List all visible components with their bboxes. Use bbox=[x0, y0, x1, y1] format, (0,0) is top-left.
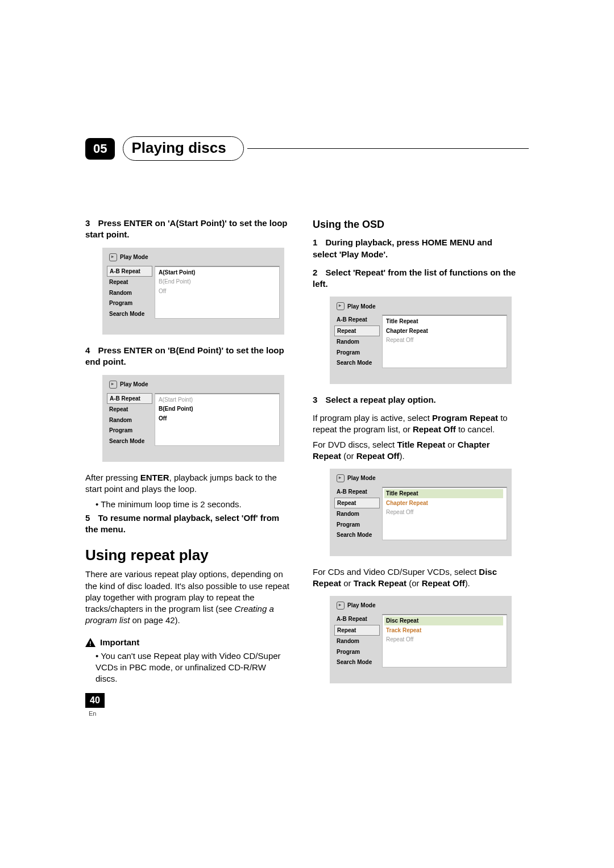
text-bold: Title Repeat bbox=[397, 440, 445, 449]
step-number: 4 bbox=[85, 345, 90, 355]
right-column: Using the OSD 1 During playback, press H… bbox=[313, 218, 517, 694]
text: to cancel. bbox=[456, 424, 495, 434]
osd-value: Repeat Off bbox=[386, 508, 503, 517]
step-number: 3 bbox=[313, 395, 317, 404]
play-mode-icon bbox=[337, 302, 345, 310]
text: If program play is active, select bbox=[313, 413, 432, 423]
osd-menu-item: Search Mode bbox=[334, 530, 380, 540]
section-heading: Using repeat play bbox=[85, 545, 290, 565]
osd-menu-item: Search Mode bbox=[334, 358, 380, 368]
osd-menu-item: A-B Repeat bbox=[334, 614, 380, 624]
body-paragraph: For CDs and Video CD/Super VCDs, select … bbox=[313, 566, 517, 590]
text-bold: Repeat Off bbox=[413, 424, 456, 434]
osd-value: B(End Point) bbox=[159, 277, 276, 286]
osd-menu-item: Program bbox=[107, 298, 152, 308]
text: on page 42). bbox=[130, 615, 180, 625]
left-column: 3 Press ENTER on 'A(Start Point)' to set… bbox=[85, 218, 290, 694]
play-mode-icon bbox=[337, 474, 345, 482]
osd-value: Disc Repeat bbox=[384, 616, 503, 625]
text-bold: Program Repeat bbox=[432, 413, 498, 423]
chapter-title: Playing discs bbox=[131, 139, 226, 156]
text: or bbox=[341, 578, 354, 588]
chapter-number: 05 bbox=[85, 138, 115, 160]
text: ). bbox=[400, 451, 405, 461]
osd-value: Title Repeat bbox=[386, 317, 503, 326]
step-text: During playback, press HOME MENU and sel… bbox=[313, 237, 492, 258]
header-rule bbox=[247, 148, 529, 149]
important-label: Important bbox=[100, 637, 139, 648]
step-5: 5 To resume normal playback, select 'Off… bbox=[85, 512, 290, 536]
osd-menu-item: Repeat bbox=[107, 277, 152, 287]
osd-title: Play Mode bbox=[109, 381, 280, 389]
osd-title: Play Mode bbox=[109, 253, 280, 261]
text-bold: Repeat Off bbox=[422, 578, 465, 588]
step-text: To resume normal playback, select 'Off' … bbox=[85, 513, 279, 534]
osd-menu-item: Random bbox=[334, 337, 380, 347]
step-number: 2 bbox=[313, 268, 317, 277]
osd-value: Chapter Repeat bbox=[386, 499, 503, 508]
osd-title-text: Play Mode bbox=[120, 381, 148, 389]
osd-menu-item: Random bbox=[334, 509, 380, 519]
text: For DVD discs, select bbox=[313, 440, 397, 449]
osd-title: Play Mode bbox=[337, 474, 507, 482]
osd-value: Track Repeat bbox=[386, 626, 503, 635]
step-1: 1 During playback, press HOME MENU and s… bbox=[313, 237, 517, 260]
osd-title-text: Play Mode bbox=[347, 474, 375, 482]
osd-value: Off bbox=[159, 287, 276, 296]
body-paragraph: After pressing ENTER, playback jumps bac… bbox=[85, 472, 290, 495]
step-2: 2 Select 'Repeat' from the list of funct… bbox=[313, 267, 517, 290]
step-text: Press ENTER on 'A(Start Point)' to set t… bbox=[85, 218, 288, 239]
osd-menu-item: Random bbox=[107, 288, 152, 298]
osd-title: Play Mode bbox=[337, 302, 507, 310]
step-3r: 3 Select a repeat play option. bbox=[313, 394, 517, 406]
osd-menu-item: Search Mode bbox=[107, 436, 152, 446]
text-bold: Track Repeat bbox=[354, 578, 406, 588]
page-content: 05 Playing discs 3 Press ENTER on 'A(Sta… bbox=[85, 136, 529, 694]
osd-menu-item: Repeat bbox=[107, 404, 152, 415]
text-bold: Repeat Off bbox=[356, 451, 400, 461]
page-footer: 40 En bbox=[85, 693, 105, 718]
osd-screenshot-5: Play ModeA-B RepeatRepeatRandomProgramSe… bbox=[330, 596, 512, 683]
page-lang: En bbox=[89, 710, 96, 717]
osd-menu-item: Search Mode bbox=[107, 309, 152, 319]
osd-value: A(Start Point) bbox=[159, 268, 276, 277]
text: After pressing bbox=[85, 473, 140, 482]
step-number: 1 bbox=[313, 237, 317, 247]
bullet-item: The minimum loop time is 2 seconds. bbox=[96, 499, 290, 510]
osd-value: Title Repeat bbox=[384, 489, 503, 498]
osd-value: A(Start Point) bbox=[159, 395, 276, 404]
warning-icon bbox=[85, 638, 96, 647]
body-paragraph: For DVD discs, select Title Repeat or Ch… bbox=[313, 439, 517, 462]
two-column-layout: 3 Press ENTER on 'A(Start Point)' to set… bbox=[85, 218, 529, 694]
text: (or bbox=[406, 578, 422, 588]
osd-menu-item: Repeat bbox=[334, 326, 380, 337]
step-number: 5 bbox=[85, 513, 90, 523]
text: or bbox=[445, 440, 458, 449]
step-number: 3 bbox=[85, 218, 90, 228]
osd-screenshot-3: Play ModeA-B RepeatRepeatRandomProgramSe… bbox=[330, 297, 512, 384]
step-text: Press ENTER on 'B(End Point)' to set the… bbox=[85, 345, 284, 366]
step-text: Select 'Repeat' from the list of functio… bbox=[313, 268, 516, 289]
osd-menu-item: Search Mode bbox=[334, 657, 380, 667]
important-callout: Important bbox=[85, 637, 290, 648]
step-3: 3 Press ENTER on 'A(Start Point)' to set… bbox=[85, 218, 290, 241]
osd-value: Repeat Off bbox=[386, 336, 503, 345]
osd-menu-item: Random bbox=[107, 415, 152, 425]
osd-value: B(End Point) bbox=[159, 404, 276, 414]
osd-screenshot-1: Play ModeA-B RepeatRepeatRandomProgramSe… bbox=[102, 248, 284, 335]
body-paragraph: If program play is active, select Progra… bbox=[313, 412, 517, 436]
osd-menu-item: Program bbox=[107, 425, 152, 436]
bullet-item: You can't use Repeat play with Video CD/… bbox=[96, 650, 290, 685]
text: ). bbox=[465, 578, 470, 588]
osd-value: Off bbox=[159, 414, 276, 423]
text: For CDs and Video CD/Super VCDs, select bbox=[313, 567, 479, 577]
chapter-header: 05 Playing discs bbox=[85, 136, 529, 161]
chapter-title-pill: Playing discs bbox=[123, 136, 243, 161]
play-mode-icon bbox=[109, 381, 117, 389]
osd-menu-item: Program bbox=[334, 520, 380, 530]
osd-menu-item: A-B Repeat bbox=[107, 393, 152, 404]
step-text: Select a repeat play option. bbox=[326, 395, 436, 404]
osd-menu-item: A-B Repeat bbox=[107, 266, 152, 277]
play-mode-icon bbox=[337, 602, 345, 610]
step-4: 4 Press ENTER on 'B(End Point)' to set t… bbox=[85, 345, 290, 368]
